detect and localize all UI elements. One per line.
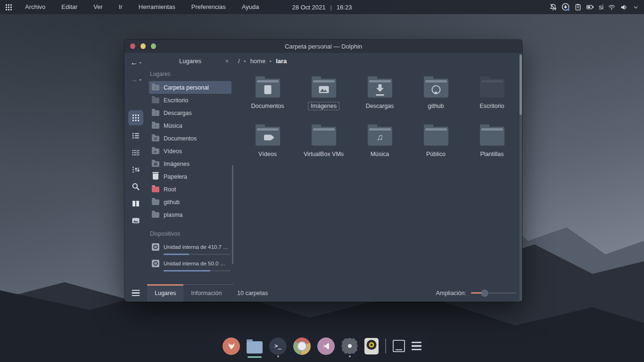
menu-ayuda[interactable]: Ayuda <box>234 0 267 14</box>
place-root[interactable]: Root <box>149 183 231 196</box>
place-github[interactable]: github <box>149 196 231 208</box>
folder-item-imagenes[interactable]: Imágenes <box>296 75 352 123</box>
volume-icon[interactable] <box>620 3 628 11</box>
place-descargas[interactable]: Descargas <box>149 107 231 119</box>
devices-section-label: Dispositivos <box>147 229 233 241</box>
terminal-icon: >_ <box>269 337 287 355</box>
dock-file-manager[interactable] <box>247 333 263 359</box>
place-musica[interactable]: Música <box>149 119 231 132</box>
device-item[interactable]: Unidad interna de 410.7 … <box>149 241 231 255</box>
expand-tray-icon[interactable] <box>632 4 639 11</box>
menu-ver[interactable]: Ver <box>85 0 111 14</box>
menu-archivo[interactable]: Archivo <box>17 0 53 14</box>
search-button[interactable] <box>128 180 143 193</box>
breadcrumb-home[interactable]: home <box>250 58 266 65</box>
dock-vscode[interactable] <box>317 333 335 359</box>
tab-lugares[interactable]: Lugares <box>147 285 183 302</box>
battery-icon[interactable] <box>586 3 594 11</box>
music-emblem-icon: ♫ <box>376 132 383 141</box>
place-label: github <box>164 199 180 206</box>
dock-app-menu[interactable] <box>412 333 421 359</box>
notifications-muted-icon[interactable] <box>549 3 557 11</box>
dock-show-desktop[interactable] <box>393 333 405 359</box>
media-player-icon <box>364 338 379 354</box>
menu-preferencias[interactable]: Preferencias <box>183 0 234 14</box>
preview-button[interactable] <box>128 214 143 227</box>
place-escritorio[interactable]: Escritorio <box>149 94 231 107</box>
top-panel: Archivo Editar Ver Ir Herramientas Prefe… <box>0 0 644 14</box>
updates-icon[interactable] <box>561 3 570 11</box>
compact-view-icon <box>132 148 140 157</box>
folder-item-documentos[interactable]: Documentos <box>239 75 296 123</box>
preview-image-icon <box>132 216 140 225</box>
dock-firefox[interactable] <box>223 333 240 359</box>
window-body: ← ▾ → ▾ Lugares × L <box>124 53 522 302</box>
breadcrumb-root[interactable]: / <box>238 58 240 65</box>
devices-list: Unidad interna de 410.7 … Unidad interna… <box>147 241 233 274</box>
maximize-window-button[interactable] <box>151 43 156 49</box>
folder-label: Vídeos <box>256 150 280 158</box>
close-window-button[interactable] <box>130 43 135 49</box>
folder-icon <box>312 127 336 146</box>
panel-clock[interactable]: 28 Oct 2021 | 16:23 <box>292 4 352 11</box>
place-plasma[interactable]: plasma <box>149 208 231 221</box>
device-label: Unidad interna de 50.0 … <box>164 261 225 266</box>
left-toolbar: ← ▾ → ▾ <box>124 53 147 302</box>
app-launcher-button[interactable] <box>0 0 17 14</box>
window-menu-button[interactable] <box>132 290 140 296</box>
minimize-window-button[interactable] <box>140 43 146 49</box>
folder-item-plantillas[interactable]: Plantillas <box>464 123 520 172</box>
details-view-button[interactable] <box>128 129 143 142</box>
dock-settings[interactable] <box>341 333 358 359</box>
back-arrow-icon: ← <box>130 59 138 66</box>
dock-media-player[interactable] <box>364 333 379 359</box>
folder-item-github[interactable]: github <box>408 75 464 123</box>
folder-icon <box>424 127 448 146</box>
tab-informacion[interactable]: Información <box>183 285 229 302</box>
details-view-icon <box>132 132 140 140</box>
sort-button[interactable] <box>128 163 143 176</box>
menu-ir[interactable]: Ir <box>111 0 131 14</box>
breadcrumb-current[interactable]: lara <box>276 58 287 65</box>
place-documentos[interactable]: Documentos <box>149 132 231 145</box>
place-imagenes[interactable]: Imágenes <box>149 157 231 170</box>
zoom-slider-knob[interactable] <box>481 289 488 296</box>
back-button[interactable]: ← ▾ <box>130 57 141 69</box>
folder-item-videos[interactable]: Vídeos <box>239 123 296 172</box>
folder-item-escritorio[interactable]: Escritorio <box>464 75 520 123</box>
compact-view-button[interactable] <box>128 146 143 159</box>
close-panel-icon[interactable]: × <box>225 58 229 65</box>
window-controls <box>130 43 156 49</box>
dolphin-window: Carpeta personal — Dolphin ← ▾ → ▾ <box>124 40 522 302</box>
main-scrollbar[interactable] <box>520 54 522 301</box>
folder-item-descargas[interactable]: Descargas <box>352 75 408 123</box>
menu-editar[interactable]: Editar <box>53 0 85 14</box>
icons-view-button[interactable] <box>128 110 143 125</box>
keyboard-layout-indicator[interactable]: si <box>599 3 603 11</box>
place-papelera[interactable]: Papelera <box>149 170 231 183</box>
breadcrumb-separator-icon: ▸ <box>244 59 246 63</box>
forward-button[interactable]: → ▾ <box>130 74 141 86</box>
wifi-icon[interactable] <box>608 3 616 11</box>
split-view-button[interactable] <box>128 197 143 210</box>
folder-icon <box>256 127 280 146</box>
dock-separator <box>385 338 386 354</box>
device-item[interactable]: Unidad interna de 50.0 … <box>149 257 231 272</box>
place-label: Escritorio <box>164 97 188 104</box>
places-panel-title: Lugares <box>179 58 201 65</box>
folder-label: Documentos <box>248 102 287 110</box>
hard-drive-icon <box>152 260 159 267</box>
main-scrollbar-thumb[interactable] <box>520 55 522 115</box>
folder-item-publico[interactable]: Público <box>408 123 464 172</box>
place-videos[interactable]: Vídeos <box>149 145 231 157</box>
zoom-slider[interactable] <box>471 292 517 294</box>
folder-item-virtualbox-vms[interactable]: VirtualBox VMs <box>296 123 352 172</box>
dock-chromium[interactable] <box>293 333 311 359</box>
window-titlebar[interactable]: Carpeta personal — Dolphin <box>124 40 522 53</box>
menu-herramientas[interactable]: Herramientas <box>131 0 183 14</box>
place-label: Root <box>164 186 176 193</box>
place-carpeta-personal[interactable]: Carpeta personal <box>149 81 231 94</box>
dock-terminal[interactable]: >_ <box>269 333 287 359</box>
clipboard-icon[interactable] <box>574 3 582 11</box>
folder-item-musica[interactable]: ♫Música <box>352 123 408 172</box>
